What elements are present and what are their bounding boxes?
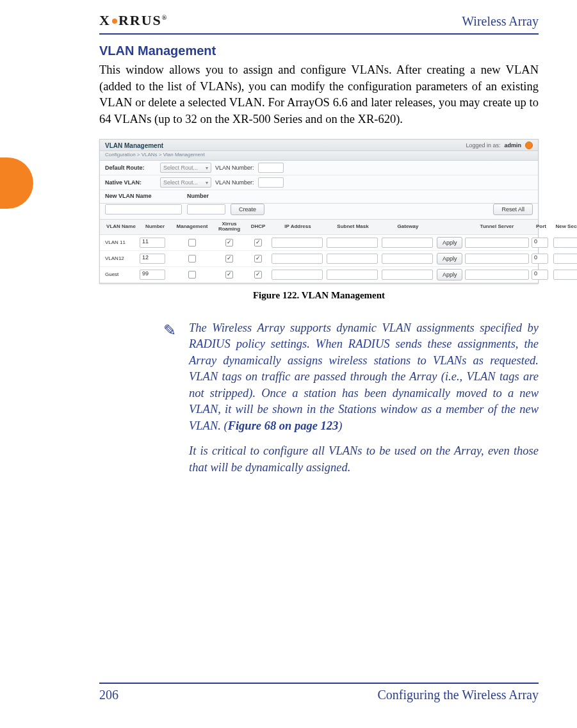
port-input[interactable]: 0 [532,238,548,248]
tunnel-input[interactable] [465,270,529,280]
intro-paragraph: This window allows you to assign and con… [99,62,539,127]
col-mgmt: Management [173,224,211,229]
vlan-row: Guest99✓✓Apply0Delete [100,267,538,283]
brand-logo: XRRUS® [99,12,168,29]
ip-input[interactable] [272,254,323,264]
vlan-number-label-1: VLAN Number: [215,165,254,171]
new-number-label: Number [187,193,232,199]
new-vlan-name-input[interactable] [105,204,182,214]
vlan-number-input[interactable]: 99 [140,270,165,280]
note-text: The Wireless Array supports dynamic VLAN… [189,320,539,485]
login-user: admin [504,142,521,149]
tunnel-input[interactable] [465,238,529,248]
page-tab-marker [0,158,33,209]
tunnel-input[interactable] [465,254,529,264]
mask-input[interactable] [327,254,378,264]
create-button[interactable]: Create [231,204,264,215]
checkbox[interactable]: ✓ [254,239,262,247]
mask-input[interactable] [327,270,378,280]
brand-dot-icon [112,19,117,24]
gateway-input[interactable] [382,270,433,280]
checkbox[interactable]: ✓ [225,271,233,279]
col-roaming: Xirrus Roaming [214,222,245,232]
port-input[interactable]: 0 [532,254,548,264]
page-header: XRRUS® Wireless Array [99,14,539,35]
native-vlan-label: Native VLAN: [105,179,156,186]
checkbox[interactable] [188,239,196,247]
secret-input[interactable] [553,270,577,280]
apply-button[interactable]: Apply [437,253,462,264]
vlan-number-input[interactable]: 12 [140,254,165,264]
col-tunnel: Tunnel Server [465,224,529,229]
vlan-number-label-2: VLAN Number: [215,179,254,186]
ip-input[interactable] [272,238,323,248]
col-dhcp: DHCP [247,224,269,229]
page-footer: 206 Configuring the Wireless Array [99,683,539,702]
figure-screenshot: VLAN Management Logged in as: admin Conf… [99,139,539,284]
vlan-name-cell: Guest [105,272,137,277]
note-p2: It is critical to configure all VLANs to… [189,443,539,476]
vlan-row: VLAN 1111✓✓Apply0Delete [100,235,538,251]
panel-title: VLAN Management [105,142,163,149]
figure-caption: Figure 122. VLAN Management [99,290,539,301]
vlan-name-cell: VLAN12 [105,256,137,261]
secret-input[interactable] [553,238,577,248]
port-input[interactable]: 0 [532,270,548,280]
col-secret: New Secret [553,224,577,229]
reset-all-button[interactable]: Reset All [493,204,533,215]
checkbox[interactable]: ✓ [254,255,262,263]
note-p1-tail: ) [338,419,342,432]
login-prefix: Logged in as: [466,142,500,149]
col-name: VLAN Name [105,224,137,229]
vlan-number-input[interactable]: 11 [140,238,165,248]
note-icon: ✎ [163,320,189,485]
section-heading: VLAN Management [99,44,539,58]
vlan-name-cell: VLAN 11 [105,240,137,245]
login-status: Logged in as: admin [466,142,533,149]
native-vlan-number-input[interactable] [258,177,284,188]
checkbox[interactable]: ✓ [225,255,233,263]
footer-section: Configuring the Wireless Array [377,688,539,702]
new-vlan-name-label: New VLAN Name [105,193,182,199]
ip-input[interactable] [272,270,323,280]
header-doc-title: Wireless Array [462,14,539,29]
checkbox[interactable] [188,271,196,279]
note-p1: The Wireless Array supports dynamic VLAN… [189,321,539,432]
breadcrumb: Configuration > VLANs > Vlan Management [100,151,538,161]
mask-input[interactable] [327,238,378,248]
apply-button[interactable]: Apply [437,237,462,248]
col-port: Port [532,224,551,229]
default-route-vlan-number-input[interactable] [258,163,284,173]
note-ref: Figure 68 on page 123 [228,419,339,432]
checkbox[interactable] [188,255,196,263]
default-route-select[interactable]: Select Rout... [160,163,211,173]
native-vlan-select[interactable]: Select Rout... [160,177,211,188]
vlan-table-header: VLAN Name Number Management Xirrus Roami… [100,220,538,235]
col-gateway: Gateway [382,224,434,229]
vlan-row: VLAN1212✓✓Apply0Delete [100,251,538,267]
checkbox[interactable]: ✓ [225,239,233,247]
secret-input[interactable] [553,254,577,264]
gateway-input[interactable] [382,238,433,248]
logout-icon[interactable] [525,142,533,149]
apply-button[interactable]: Apply [437,269,462,280]
checkbox[interactable]: ✓ [254,271,262,279]
new-vlan-number-input[interactable] [187,204,225,214]
default-route-label: Default Route: [105,165,156,171]
col-number: Number [140,224,170,229]
gateway-input[interactable] [382,254,433,264]
col-mask: Subnet Mask [327,224,379,229]
col-ip: IP Address [272,224,324,229]
page-number: 206 [99,688,118,702]
